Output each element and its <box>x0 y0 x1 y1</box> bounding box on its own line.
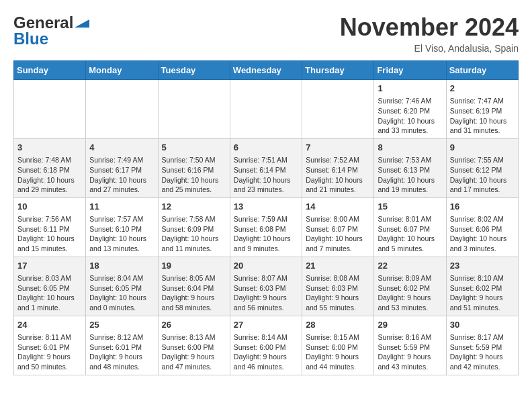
day-info: Sunrise: 8:04 AM <box>89 273 154 283</box>
day-number: 24 <box>17 319 82 331</box>
calendar-cell: 23Sunrise: 8:10 AMSunset: 6:02 PMDayligh… <box>446 257 518 316</box>
calendar-cell: 19Sunrise: 8:05 AMSunset: 6:04 PMDayligh… <box>158 257 230 316</box>
day-info: Daylight: 10 hours and 31 minutes. <box>450 116 515 136</box>
calendar-cell: 22Sunrise: 8:09 AMSunset: 6:02 PMDayligh… <box>374 257 446 316</box>
title-area: November 2024 El Viso, Andalusia, Spain <box>340 13 519 54</box>
day-number: 11 <box>89 201 154 213</box>
day-number: 29 <box>378 319 442 331</box>
calendar-week-1: 1Sunrise: 7:46 AMSunset: 6:20 PMDaylight… <box>14 80 519 139</box>
day-info: Sunset: 6:18 PM <box>17 165 82 175</box>
day-info: Sunrise: 7:53 AM <box>378 155 442 165</box>
day-info: Sunset: 6:12 PM <box>450 165 515 175</box>
day-info: Daylight: 9 hours and 44 minutes. <box>306 352 370 371</box>
calendar-cell: 25Sunrise: 8:12 AMSunset: 6:01 PMDayligh… <box>86 316 158 375</box>
day-info: Sunset: 6:17 PM <box>89 165 154 175</box>
day-info: Sunset: 6:13 PM <box>378 165 442 175</box>
day-info: Sunset: 6:11 PM <box>17 224 82 234</box>
day-info: Sunrise: 8:17 AM <box>450 332 515 342</box>
day-header-saturday: Saturday <box>446 61 518 80</box>
day-info: Daylight: 10 hours and 17 minutes. <box>450 175 515 195</box>
day-info: Daylight: 10 hours and 9 minutes. <box>234 234 298 253</box>
calendar-week-2: 3Sunrise: 7:48 AMSunset: 6:18 PMDaylight… <box>14 138 519 197</box>
calendar-cell: 26Sunrise: 8:13 AMSunset: 6:00 PMDayligh… <box>158 316 230 375</box>
day-info: Sunrise: 7:50 AM <box>162 155 226 165</box>
calendar-cell: 3Sunrise: 7:48 AMSunset: 6:18 PMDaylight… <box>14 138 86 197</box>
day-info: Daylight: 10 hours and 27 minutes. <box>89 175 154 195</box>
day-info: Sunset: 6:01 PM <box>17 342 82 353</box>
day-info: Sunset: 6:09 PM <box>162 224 226 234</box>
calendar-cell: 15Sunrise: 8:01 AMSunset: 6:07 PMDayligh… <box>374 197 446 257</box>
day-info: Daylight: 9 hours and 43 minutes. <box>378 352 442 371</box>
day-number: 6 <box>234 142 298 154</box>
day-info: Daylight: 9 hours and 58 minutes. <box>162 293 226 312</box>
day-number: 16 <box>450 201 515 213</box>
day-number: 23 <box>450 260 515 272</box>
day-info: Daylight: 10 hours and 0 minutes. <box>89 293 154 312</box>
day-info: Daylight: 9 hours and 46 minutes. <box>234 352 298 371</box>
day-info: Daylight: 10 hours and 1 minute. <box>17 293 82 312</box>
calendar-cell: 30Sunrise: 8:17 AMSunset: 5:59 PMDayligh… <box>446 316 518 375</box>
day-number: 7 <box>306 142 370 154</box>
svg-marker-0 <box>75 19 89 28</box>
day-info: Sunrise: 7:52 AM <box>306 155 370 165</box>
calendar-cell: 18Sunrise: 8:04 AMSunset: 6:05 PMDayligh… <box>86 257 158 316</box>
day-info: Daylight: 10 hours and 25 minutes. <box>162 175 226 195</box>
day-info: Daylight: 9 hours and 53 minutes. <box>378 293 442 312</box>
day-info: Daylight: 10 hours and 33 minutes. <box>378 116 442 136</box>
calendar-cell: 8Sunrise: 7:53 AMSunset: 6:13 PMDaylight… <box>374 138 446 197</box>
day-number: 13 <box>234 201 298 213</box>
day-number: 28 <box>306 319 370 331</box>
day-number: 25 <box>89 319 154 331</box>
page-header: General Blue November 2024 El Viso, Anda… <box>13 13 519 54</box>
day-header-friday: Friday <box>374 61 446 80</box>
day-info: Daylight: 9 hours and 50 minutes. <box>17 352 82 371</box>
day-info: Sunrise: 8:13 AM <box>162 332 226 342</box>
day-number: 12 <box>162 201 226 213</box>
day-info: Sunset: 6:00 PM <box>162 342 226 353</box>
day-info: Daylight: 9 hours and 48 minutes. <box>89 352 154 371</box>
day-number: 4 <box>89 142 154 154</box>
day-info: Daylight: 10 hours and 29 minutes. <box>17 175 82 195</box>
day-number: 19 <box>162 260 226 272</box>
day-info: Sunset: 6:02 PM <box>378 283 442 293</box>
day-info: Sunrise: 8:11 AM <box>17 332 82 342</box>
day-info: Sunrise: 7:58 AM <box>162 214 226 224</box>
day-info: Sunrise: 8:08 AM <box>306 273 370 283</box>
day-info: Sunrise: 8:02 AM <box>450 214 515 224</box>
day-info: Sunset: 6:05 PM <box>17 283 82 293</box>
day-info: Sunset: 6:07 PM <box>306 224 370 234</box>
calendar-cell: 6Sunrise: 7:51 AMSunset: 6:14 PMDaylight… <box>230 138 302 197</box>
calendar-cell: 20Sunrise: 8:07 AMSunset: 6:03 PMDayligh… <box>230 257 302 316</box>
calendar-cell: 28Sunrise: 8:15 AMSunset: 6:00 PMDayligh… <box>302 316 374 375</box>
day-info: Sunset: 6:00 PM <box>234 342 298 353</box>
day-info: Sunset: 6:08 PM <box>234 224 298 234</box>
day-number: 27 <box>234 319 298 331</box>
calendar-cell <box>302 80 374 139</box>
day-info: Sunrise: 8:07 AM <box>234 273 298 283</box>
calendar-cell <box>158 80 230 139</box>
day-info: Sunrise: 7:51 AM <box>234 155 298 165</box>
day-number: 17 <box>17 260 82 272</box>
day-info: Sunrise: 8:01 AM <box>378 214 442 224</box>
calendar-cell: 24Sunrise: 8:11 AMSunset: 6:01 PMDayligh… <box>14 316 86 375</box>
day-info: Daylight: 10 hours and 19 minutes. <box>378 175 442 195</box>
day-info: Daylight: 9 hours and 47 minutes. <box>162 352 226 371</box>
day-info: Daylight: 9 hours and 42 minutes. <box>450 352 515 371</box>
day-info: Sunrise: 7:47 AM <box>450 96 515 106</box>
logo: General Blue <box>13 13 89 48</box>
day-number: 14 <box>306 201 370 213</box>
day-info: Sunrise: 8:12 AM <box>89 332 154 342</box>
calendar-cell: 1Sunrise: 7:46 AMSunset: 6:20 PMDaylight… <box>374 80 446 139</box>
day-info: Sunset: 6:03 PM <box>234 283 298 293</box>
calendar-week-3: 10Sunrise: 7:56 AMSunset: 6:11 PMDayligh… <box>14 197 519 257</box>
calendar-cell: 29Sunrise: 8:16 AMSunset: 5:59 PMDayligh… <box>374 316 446 375</box>
day-number: 21 <box>306 260 370 272</box>
day-info: Daylight: 10 hours and 23 minutes. <box>234 175 298 195</box>
day-info: Sunrise: 7:57 AM <box>89 214 154 224</box>
day-number: 22 <box>378 260 442 272</box>
day-info: Sunrise: 8:03 AM <box>17 273 82 283</box>
day-info: Sunset: 6:20 PM <box>378 106 442 116</box>
day-info: Sunset: 6:10 PM <box>89 224 154 234</box>
day-info: Sunrise: 7:56 AM <box>17 214 82 224</box>
day-info: Daylight: 10 hours and 5 minutes. <box>378 234 442 253</box>
